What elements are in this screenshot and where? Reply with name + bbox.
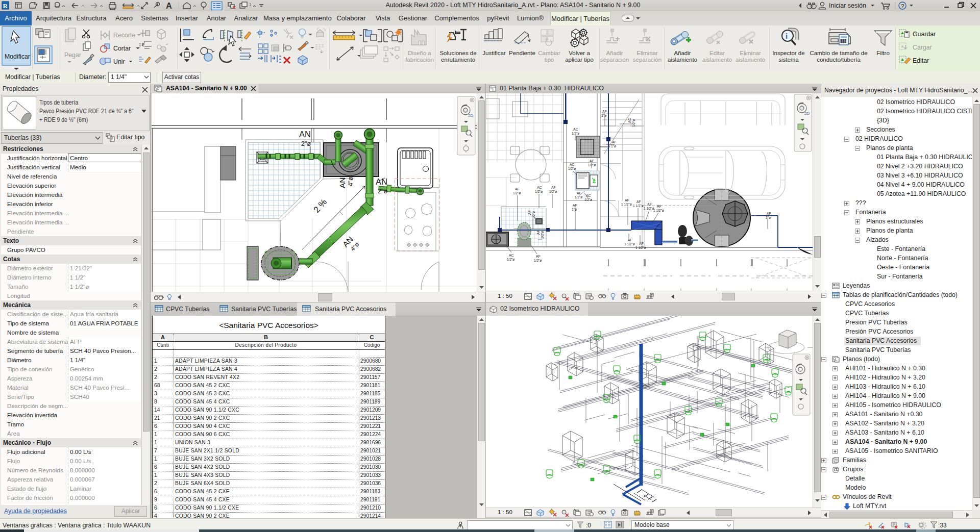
svg-text:AF: AF bbox=[625, 198, 629, 202]
svg-text:AC: AC bbox=[509, 254, 514, 257]
svg-text:1/2"ø: 1/2"ø bbox=[568, 167, 576, 170]
svg-text:1/2"ø: 1/2"ø bbox=[541, 231, 544, 239]
svg-text:Unir: Unir bbox=[113, 58, 125, 65]
svg-text:Editar: Editar bbox=[913, 57, 929, 64]
svg-text:1"ø: 1"ø bbox=[601, 114, 606, 117]
svg-text:1 1/2"ø: 1 1/2"ø bbox=[621, 202, 632, 206]
svg-text:i: i bbox=[786, 32, 788, 40]
svg-text:1/2"ø: 1/2"ø bbox=[532, 211, 535, 219]
svg-text:R: R bbox=[3, 2, 8, 10]
svg-text:2"ø: 2"ø bbox=[378, 188, 387, 195]
svg-text:AF: AF bbox=[657, 205, 662, 208]
svg-text:?: ? bbox=[901, 3, 904, 9]
svg-text:2D: 2D bbox=[468, 113, 473, 118]
svg-text:1 1/2"ø: 1 1/2"ø bbox=[653, 209, 664, 212]
svg-text:AF: AF bbox=[590, 159, 594, 163]
svg-text:AC: AC bbox=[586, 194, 591, 197]
svg-text:Guardar: Guardar bbox=[913, 31, 936, 38]
svg-text:Cortar: Cortar bbox=[113, 45, 131, 52]
svg-text:AF: AF bbox=[536, 230, 540, 235]
svg-text:AF: AF bbox=[573, 204, 577, 207]
svg-text:AC: AC bbox=[628, 118, 631, 123]
svg-text:1/2"ø: 1/2"ø bbox=[513, 191, 521, 195]
svg-text:1 1/2"ø: 1 1/2"ø bbox=[644, 207, 654, 210]
svg-text:1/2"ø: 1/2"ø bbox=[588, 163, 596, 167]
svg-text:Modificar: Modificar bbox=[5, 53, 30, 60]
svg-text:AF: AF bbox=[612, 140, 617, 144]
svg-text:AF: AF bbox=[551, 186, 556, 189]
svg-text:AF: AF bbox=[536, 255, 541, 258]
svg-text:AF: AF bbox=[528, 210, 531, 215]
svg-text:AF: AF bbox=[602, 110, 607, 113]
svg-text:AF: AF bbox=[767, 212, 771, 215]
svg-text:1/2"ø: 1/2"ø bbox=[534, 259, 542, 262]
svg-text:1/2"ø: 1/2"ø bbox=[632, 119, 635, 127]
svg-text:1"ø: 1"ø bbox=[766, 216, 771, 219]
svg-text:AN: AN bbox=[299, 130, 311, 139]
svg-text:1/2"ø: 1/2"ø bbox=[535, 190, 543, 193]
svg-text:AN: AN bbox=[338, 177, 347, 188]
svg-text:1"ø: 1"ø bbox=[572, 208, 577, 211]
svg-text:2D: 2D bbox=[804, 111, 810, 116]
svg-text:AC: AC bbox=[515, 187, 520, 191]
svg-text:AF: AF bbox=[636, 200, 641, 204]
svg-text:Recorte: Recorte bbox=[113, 32, 135, 39]
svg-text:1/2"ø: 1/2"ø bbox=[549, 190, 557, 193]
svg-text:Cargar: Cargar bbox=[913, 44, 932, 51]
svg-text:1/2"ø: 1/2"ø bbox=[572, 132, 579, 135]
svg-text:1"ø: 1"ø bbox=[611, 144, 616, 148]
svg-text:2 %: 2 % bbox=[312, 197, 329, 215]
svg-text:AF: AF bbox=[647, 202, 652, 206]
svg-text:AC: AC bbox=[537, 186, 542, 189]
svg-text:1 1/2"ø: 1 1/2"ø bbox=[633, 204, 644, 208]
svg-text:1/2"ø: 1/2"ø bbox=[584, 198, 592, 201]
svg-text:1 1/2"ø: 1 1/2"ø bbox=[624, 242, 635, 246]
svg-text:Iniciar sesión: Iniciar sesión bbox=[829, 2, 866, 9]
svg-text:AC: AC bbox=[573, 128, 578, 131]
svg-text:1 1/2"ø: 1 1/2"ø bbox=[635, 246, 646, 249]
svg-text:AN: AN bbox=[376, 177, 387, 186]
svg-text:4"ø: 4"ø bbox=[347, 176, 354, 186]
svg-text:Pegar: Pegar bbox=[64, 52, 81, 59]
svg-text:AF: AF bbox=[639, 242, 644, 245]
svg-text:1/2"ø: 1/2"ø bbox=[575, 195, 582, 199]
svg-text:1/2"ø: 1/2"ø bbox=[507, 258, 514, 261]
svg-text:2"ø: 2"ø bbox=[301, 140, 311, 147]
svg-text:AF: AF bbox=[628, 238, 632, 242]
svg-text:AC: AC bbox=[570, 163, 575, 166]
